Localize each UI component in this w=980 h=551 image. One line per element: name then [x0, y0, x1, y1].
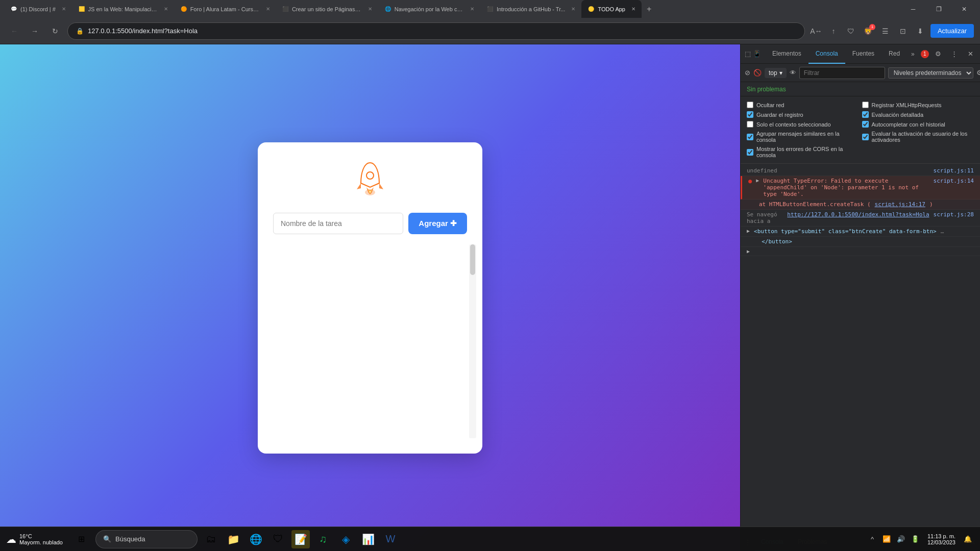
- clock[interactable]: 11:13 p. m. 12/03/2023: [923, 533, 960, 545]
- add-task-button[interactable]: Agregar ✚: [408, 213, 467, 234]
- address-actions: A↔ ↑ 🛡 🦁 1 ☰ ⊡ ⬇ Actualizar: [809, 24, 974, 38]
- tab-close-js[interactable]: ✕: [164, 6, 168, 12]
- scrollbar-track[interactable]: [469, 244, 476, 438]
- context-selector[interactable]: top ▾: [765, 68, 787, 78]
- tab-close-github-pages[interactable]: ✕: [368, 6, 372, 12]
- start-button[interactable]: ⊞: [71, 529, 91, 549]
- expand-arrow-bottom[interactable]: ▶: [747, 248, 750, 254]
- list-icon[interactable]: ☰: [878, 24, 893, 38]
- label-guardar-registro: Guardar el registro: [756, 112, 803, 118]
- tab-close-nav[interactable]: ✕: [470, 6, 474, 12]
- task-input[interactable]: [273, 213, 403, 234]
- tab-nav[interactable]: 🌐 Navegación por la Web co... ✕: [378, 0, 480, 18]
- downloads-icon[interactable]: ⬇: [913, 24, 927, 38]
- error-link-at[interactable]: script.js:14:17: [875, 201, 925, 208]
- reload-button[interactable]: ↻: [47, 23, 63, 39]
- checkbox-ocultar-red[interactable]: [747, 102, 753, 108]
- brave-rewards-icon[interactable]: 🦁 1: [861, 24, 875, 38]
- device-icon[interactable]: 📱: [753, 47, 761, 61]
- live-expression-icon[interactable]: 👁: [790, 67, 796, 79]
- console-filter-input[interactable]: [799, 67, 885, 79]
- devtools-settings-icon[interactable]: ⚙: [931, 47, 945, 61]
- tab-close-foro[interactable]: ✕: [266, 6, 270, 12]
- time-display: 11:13 p. m.: [927, 533, 955, 539]
- stop-icon[interactable]: ⊘: [745, 67, 750, 79]
- excel-icon[interactable]: 📊: [359, 530, 377, 548]
- console-line-code1: ▶ <button type="submit" class="btnCreate…: [741, 227, 980, 237]
- search-label: Búsqueda: [115, 535, 145, 543]
- tab-elementos[interactable]: Elementos: [765, 44, 808, 64]
- word-icon[interactable]: W: [381, 530, 400, 548]
- update-button[interactable]: Actualizar: [930, 24, 974, 38]
- expand-arrow-error[interactable]: ▶: [756, 178, 759, 183]
- volume-icon[interactable]: 🔊: [895, 533, 907, 545]
- devtools-close-icon[interactable]: ✕: [964, 47, 978, 61]
- weather-info: 16°C Mayorm. nublado: [19, 533, 63, 545]
- spotify-icon[interactable]: ♫: [314, 530, 332, 548]
- option-cors: Mostrar los errores de CORS en la consol…: [747, 146, 859, 158]
- share-icon[interactable]: ↑: [826, 24, 841, 38]
- vscode-icon[interactable]: ◈: [336, 530, 355, 548]
- todo-card: Agregar ✚: [258, 142, 482, 454]
- network-icon[interactable]: 📶: [880, 533, 893, 545]
- tablet-icon[interactable]: ⊡: [896, 24, 910, 38]
- scrollbar-thumb[interactable]: [470, 244, 475, 275]
- minimize-button[interactable]: ─: [901, 0, 925, 18]
- forward-button[interactable]: →: [27, 23, 43, 39]
- tab-close-todo[interactable]: ✕: [631, 6, 635, 12]
- devtools-more-icon[interactable]: ⋮: [947, 47, 962, 61]
- checkbox-agrupar[interactable]: [747, 134, 753, 140]
- tab-intro-github[interactable]: ⬛ Introducción a GitHub - Tr... ✕: [480, 0, 582, 18]
- todo-list-area: [273, 244, 467, 438]
- translate-icon[interactable]: A↔: [809, 24, 823, 38]
- taskview-icon[interactable]: 🗂: [202, 530, 220, 548]
- error-text-at: at HTMLButtonElement.createTask (: [759, 201, 871, 208]
- label-solo-contexto: Solo el contexto seleccionado: [756, 121, 831, 128]
- taskbar-search[interactable]: 🔍 Búsqueda: [95, 530, 198, 548]
- tab-consola[interactable]: Consola: [808, 44, 845, 64]
- restore-button[interactable]: ❐: [927, 0, 950, 18]
- console-file-error[interactable]: script.js:14: [934, 178, 974, 184]
- tray-up-icon[interactable]: ^: [866, 533, 878, 545]
- expand-arrow-code[interactable]: ▶: [747, 228, 750, 234]
- tab-fuentes[interactable]: Fuentes: [845, 44, 881, 64]
- clear-console-icon[interactable]: 🚫: [753, 67, 762, 79]
- battery-icon[interactable]: 🔋: [909, 533, 921, 545]
- todo-form: Agregar ✚: [273, 213, 467, 234]
- console-line-undefined: undefined script.js:11: [741, 166, 980, 176]
- console-settings-icon[interactable]: ⚙: [976, 67, 980, 79]
- tab-foro[interactable]: 🟠 Foro | Alura Latam - Curso... ✕: [174, 0, 276, 18]
- files-icon[interactable]: 📁: [224, 530, 242, 548]
- checkbox-guardar-registro[interactable]: [747, 111, 753, 118]
- console-text-undefined: undefined: [747, 167, 929, 174]
- checkbox-evaluar-activacion[interactable]: [862, 134, 869, 140]
- back-button[interactable]: ←: [6, 23, 22, 39]
- checkbox-registrar-xml[interactable]: [862, 102, 869, 108]
- close-button[interactable]: ✕: [952, 0, 976, 18]
- more-tabs[interactable]: »: [907, 51, 919, 58]
- tab-js[interactable]: 🟨 JS en la Web: Manipulació... ✕: [72, 0, 174, 18]
- new-tab-button[interactable]: +: [642, 5, 656, 14]
- tab-close-intro-github[interactable]: ✕: [571, 6, 575, 12]
- brave-shield-icon[interactable]: 🛡: [844, 24, 858, 38]
- tab-todo-app[interactable]: 🟡 TODO App ✕: [581, 0, 642, 18]
- log-levels-select[interactable]: Niveles predeterminados: [888, 67, 973, 79]
- console-file-nav[interactable]: script.js:28: [934, 211, 974, 218]
- address-input[interactable]: 🔒 127.0.0.1:5500/index.html?task=Hola: [67, 22, 805, 40]
- tab-close-discord[interactable]: ✕: [62, 6, 66, 12]
- browser-taskbar-icon[interactable]: 🌐: [247, 530, 265, 548]
- checkbox-cors[interactable]: [747, 149, 753, 156]
- inspect-icon[interactable]: ⬚: [745, 47, 751, 61]
- notifications-icon[interactable]: 🔔: [962, 533, 974, 545]
- console-nav-link[interactable]: http://127.0.0.1:5500/index.html?task=Ho…: [787, 211, 929, 218]
- tab-discord[interactable]: 💬 (1) Discord | # ✕: [4, 0, 72, 18]
- checkbox-evaluacion[interactable]: [862, 111, 869, 118]
- checkbox-autocompletar[interactable]: [862, 121, 869, 128]
- tab-github-pages[interactable]: ⬛ Crear un sitio de Páginas co... ✕: [276, 0, 378, 18]
- console-file-undefined[interactable]: script.js:11: [934, 167, 974, 174]
- checkbox-solo-contexto[interactable]: [747, 121, 753, 128]
- tab-red[interactable]: Red: [881, 44, 907, 64]
- title-bar: 💬 (1) Discord | # ✕ 🟨 JS en la Web: Mani…: [0, 0, 980, 18]
- sticky-notes-icon[interactable]: 📝: [291, 530, 310, 548]
- brave-taskbar-icon[interactable]: 🛡: [269, 530, 287, 548]
